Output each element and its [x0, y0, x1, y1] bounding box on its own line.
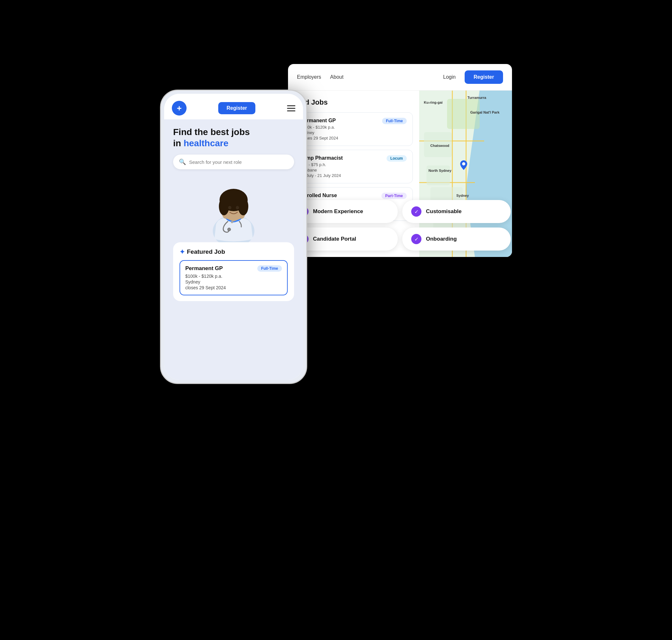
nav-employers[interactable]: Employers	[297, 74, 321, 80]
featured-title: ✦ Featured Job	[179, 248, 288, 256]
job-title: Permanent GP	[185, 265, 223, 272]
phone-featured-job-card[interactable]: Permanent GP Full-Time $100k - $120k p.a…	[179, 260, 288, 295]
featured-title-text: Featured Job	[187, 248, 225, 256]
svg-point-6	[228, 206, 231, 209]
hamburger-menu[interactable]	[287, 105, 295, 111]
feature-label-onboarding: Onboarding	[426, 236, 457, 242]
map-label-sydney: Sydney	[456, 193, 469, 198]
doctor-image	[173, 172, 294, 242]
search-icon: 🔍	[179, 158, 186, 165]
phone-headline: Find the best jobs in healthcare	[173, 127, 294, 149]
map-label-chatswood: Chatswood	[430, 144, 449, 147]
desktop-job-card-1[interactable]: Permanent GP $100k - $120k p.a. Sydney c…	[294, 112, 413, 146]
desktop-nav: Employers About Login Register	[288, 64, 512, 90]
job-closes: closes 29 Sept 2024	[185, 285, 282, 290]
map-label-turramurra: Turramurra	[468, 96, 486, 100]
feature-label-customisable: Customisable	[426, 208, 462, 215]
job-card-header: Permanent GP Full-Time	[185, 265, 282, 272]
map-suburb-2	[426, 165, 450, 185]
phone-featured-section: ✦ Featured Job Permanent GP Full-Time $1…	[173, 242, 294, 301]
svg-point-10	[462, 162, 465, 165]
phone-inner: + Register Find the best jobs in healthc…	[164, 94, 303, 380]
job-salary: $100k - $120k p.a.	[185, 274, 282, 279]
mobile-phone-wrapper: + Register Find the best jobs in healthc…	[160, 90, 307, 384]
job-location: Sydney	[185, 279, 282, 285]
feature-check-customisable: ✓	[411, 206, 421, 217]
headline-line2: in	[173, 138, 184, 148]
phone-register-button[interactable]: Register	[218, 102, 255, 114]
phone-logo: +	[172, 101, 187, 116]
feature-badge-customisable: ✓ Customisable	[402, 200, 511, 223]
map-label-ku-ring-gai: Ku-ring-gai	[424, 101, 443, 104]
feature-label-modern: Modern Experience	[313, 208, 363, 215]
feature-badge-onboarding: ✓ Onboarding	[402, 228, 511, 250]
desktop-register-button[interactable]: Register	[465, 70, 503, 84]
map-label-garigal: Garigal Nat'l Park	[470, 111, 499, 114]
phone-header: + Register	[164, 94, 303, 119]
headline-line1: Find the best jobs	[173, 127, 250, 137]
phone-search-bar[interactable]: 🔍	[173, 155, 294, 169]
scene: + Register Find the best jobs in healthc…	[160, 64, 512, 576]
map-pin-container	[460, 160, 467, 171]
job-badge-2: Locum	[386, 155, 407, 162]
svg-point-9	[231, 221, 233, 223]
doctor-svg	[205, 172, 262, 242]
feature-check-onboarding: ✓	[411, 234, 421, 244]
features-grid: ✓ Modern Experience ✓ Customisable ✓ Can…	[288, 200, 512, 250]
phone-content: Find the best jobs in healthcare 🔍	[164, 119, 303, 380]
svg-point-7	[236, 206, 239, 209]
desktop-job-card-2[interactable]: Temp Pharmacist $65 - $75 p.h. Brisbane …	[294, 150, 413, 183]
map-label-north-sydney: North Sydney	[428, 169, 452, 173]
svg-point-4	[219, 198, 229, 215]
desktop-window-wrapper: Employers About Login Register Find Jobs…	[288, 64, 512, 257]
hamburger-line-3	[287, 111, 295, 111]
hamburger-line-1	[287, 105, 295, 106]
feature-label-candidate: Candidate Portal	[313, 236, 356, 242]
job-badge: Full-Time	[257, 265, 282, 272]
search-input[interactable]	[189, 159, 288, 165]
headline-highlight: healthcare	[184, 138, 229, 148]
svg-point-8	[228, 228, 231, 231]
job-badge-3: Part-Time	[381, 193, 407, 199]
map-pin-svg	[460, 160, 467, 170]
hamburger-line-2	[287, 108, 295, 109]
nav-about[interactable]: About	[330, 74, 344, 80]
jobs-panel-title: Find Jobs	[294, 98, 413, 106]
mobile-phone: + Register Find the best jobs in healthc…	[160, 90, 307, 384]
job-badge-1: Full-Time	[382, 118, 407, 124]
svg-point-5	[238, 198, 248, 215]
sparkle-icon: ✦	[179, 248, 185, 256]
nav-login[interactable]: Login	[443, 74, 456, 80]
